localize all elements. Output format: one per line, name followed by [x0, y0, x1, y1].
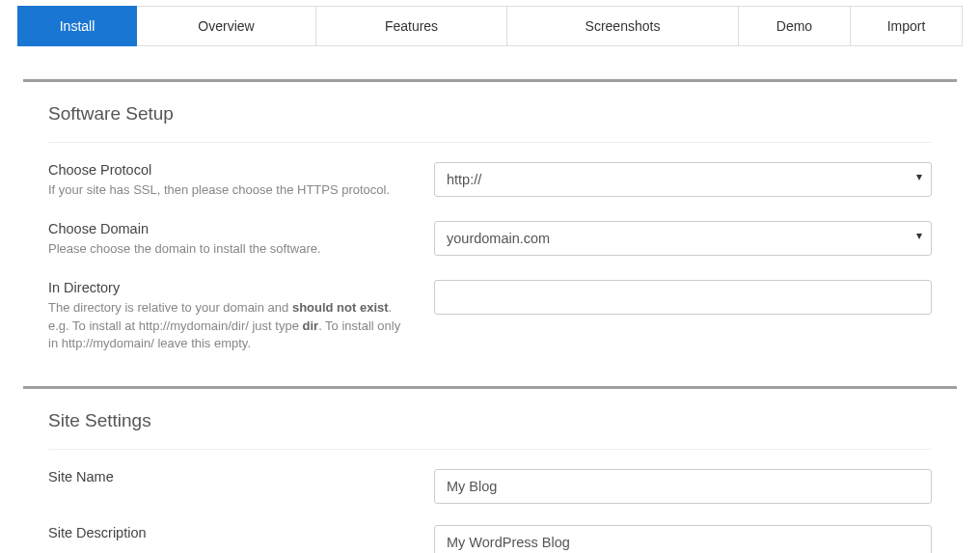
protocol-label: Choose Protocol [48, 162, 411, 178]
tab-demo[interactable]: Demo [739, 6, 851, 46]
site-settings-section: Site Settings Site Name Site Description [23, 386, 957, 553]
tab-bar: Install Overview Features Screenshots De… [17, 6, 963, 46]
directory-label: In Directory [48, 280, 411, 295]
protocol-help: If your site has SSL, then please choose… [48, 181, 411, 200]
directory-input[interactable] [434, 280, 932, 315]
tab-install[interactable]: Install [17, 6, 137, 46]
site-name-input[interactable] [434, 469, 932, 504]
directory-row: In Directory The directory is relative t… [48, 280, 932, 354]
software-setup-section: Software Setup Choose Protocol If your s… [23, 79, 957, 353]
section-divider [23, 79, 957, 82]
tab-features[interactable]: Features [316, 6, 507, 46]
software-setup-title: Software Setup [48, 103, 957, 124]
domain-select[interactable]: yourdomain.com [434, 221, 932, 256]
site-description-input[interactable] [434, 525, 932, 553]
protocol-select[interactable]: http:// [434, 162, 932, 197]
protocol-row: Choose Protocol If your site has SSL, th… [48, 162, 932, 200]
directory-help: The directory is relative to your domain… [48, 299, 411, 354]
site-description-label: Site Description [48, 525, 411, 540]
site-name-row: Site Name [48, 469, 932, 504]
site-description-row: Site Description [48, 525, 932, 553]
domain-help: Please choose the domain to install the … [48, 240, 411, 259]
site-settings-title: Site Settings [48, 410, 957, 431]
domain-row: Choose Domain Please choose the domain t… [48, 221, 932, 259]
site-name-label: Site Name [48, 469, 411, 484]
thin-divider [48, 449, 932, 450]
section-divider [23, 386, 957, 389]
tab-overview[interactable]: Overview [137, 6, 316, 46]
domain-label: Choose Domain [48, 221, 411, 236]
tab-import[interactable]: Import [851, 6, 963, 46]
thin-divider [48, 142, 932, 143]
tab-screenshots[interactable]: Screenshots [507, 6, 739, 46]
